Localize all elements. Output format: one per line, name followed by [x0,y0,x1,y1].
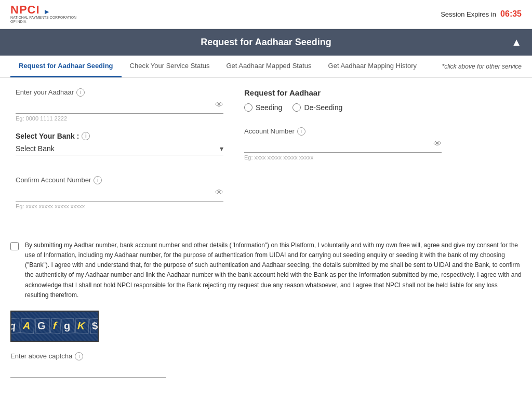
confirm-account-input[interactable] [16,186,215,199]
aadhaar-field-group: Enter your Aadhaar i 👁 Eg: 0000 1111 222… [16,88,223,122]
session-label: Session Expires in [441,10,496,18]
npci-logo: NPCI ▶ NATIONAL PAYMENTS CORPORATION OF … [10,4,76,24]
right-panel: Request for Aadhaar Seeding De-Seeding A… [244,88,442,220]
captcha-char-3: G [35,318,50,334]
radio-options: Seeding De-Seeding [244,103,442,112]
account-hide-icon[interactable]: 👁 [433,139,442,149]
de-seeding-option[interactable]: De-Seeding [292,103,342,112]
confirm-account-info-icon[interactable]: i [94,176,102,184]
account-input-row: 👁 [244,138,442,153]
tab-mapping-history[interactable]: Get Aadhaar Mapping History [320,56,425,77]
npci-logo-text: NPCI ▶ [10,4,49,16]
consent-section: By submitting my Aadhar number, bank acc… [5,240,527,300]
bank-info-icon[interactable]: i [82,132,90,140]
consent-checkbox[interactable] [10,242,19,250]
confirm-account-group: Confirm Account Number i 👁 Eg: xxxx xxxx… [16,176,223,209]
account-number-group: Account Number i 👁 Eg: xxxx xxxxx xxxxx … [244,127,442,160]
tab-request-seeding[interactable]: Request for Aadhaar Seeding [10,56,122,77]
aadhaar-info-icon[interactable]: i [76,88,85,97]
request-aadhaar-group: Request for Aadhaar Seeding De-Seeding [244,88,442,112]
seeding-radio[interactable] [244,103,252,112]
consent-text: By submitting my Aadhar number, bank acc… [25,240,522,300]
title-bar: Request for Aadhaar Seeding ▲ [0,29,532,56]
bank-select-label: Select Your Bank : i [16,132,223,140]
main-content: Enter your Aadhaar i 👁 Eg: 0000 1111 222… [0,78,532,230]
nav-tabs: Request for Aadhaar Seeding Check Your S… [0,56,532,78]
account-number-label: Account Number i [244,127,442,136]
confirm-account-hint: Eg: xxxx xxxxx xxxxx xxxxx [16,203,223,209]
aadhaar-input-row: 👁 [16,99,223,114]
aadhaar-input[interactable] [16,99,215,111]
aadhaar-label: Enter your Aadhaar i [16,88,223,97]
left-panel: Enter your Aadhaar i 👁 Eg: 0000 1111 222… [16,88,223,220]
de-seeding-radio[interactable] [292,103,301,112]
bank-select-row: Select Bank State Bank of India HDFC Ban… [16,144,223,155]
captcha-char-7: $ [89,318,99,334]
captcha-char-6: K [75,318,89,334]
session-timer: 06:35 [500,9,522,19]
bank-select[interactable]: Select Bank State Bank of India HDFC Ban… [16,144,220,153]
captcha-input-label: Enter above captcha i [10,352,522,360]
aadhaar-hide-icon[interactable]: 👁 [215,100,223,110]
captcha-char-5: g [61,318,75,334]
logo-area: NPCI ▶ NATIONAL PAYMENTS CORPORATION OF … [10,4,76,24]
session-info: Session Expires in 06:35 [441,9,522,19]
request-aadhaar-title: Request for Aadhaar [244,88,442,97]
title-bar-arrow-icon[interactable]: ▲ [351,36,522,48]
bottom-section: By submitting my Aadhar number, bank acc… [0,240,532,378]
bank-chevron-icon[interactable]: ▾ [220,144,223,153]
seeding-option[interactable]: Seeding [244,103,282,112]
captcha-input-row [10,363,166,378]
captcha-char-2: A [20,318,35,334]
captcha-char-4: f [50,318,61,334]
captcha-char-1: q [10,318,20,334]
aadhaar-hint: Eg: 0000 1111 2222 [16,115,223,122]
confirm-account-hide-icon[interactable]: 👁 [215,188,223,197]
captcha-input-group: Enter above captcha i [5,352,527,378]
captcha-chars: q A G f g K $ [10,318,99,333]
page-title: Request for Aadhaar Seeding [181,37,351,48]
tab-check-service[interactable]: Check Your Service Status [122,56,218,77]
captcha-input[interactable] [10,363,166,375]
tab-mapped-status[interactable]: Get Aadhaar Mapped Status [218,56,320,77]
captcha-info-icon[interactable]: i [75,352,83,360]
confirm-account-input-row: 👁 [16,186,223,202]
captcha-section: q A G f g K $ [10,311,522,342]
click-notice: *click above for other service [442,63,522,70]
npci-tagline: NATIONAL PAYMENTS CORPORATION OF INDIA [10,16,76,24]
seeding-label: Seeding [256,103,282,112]
confirm-account-label: Confirm Account Number i [16,176,223,184]
bank-select-group: Select Your Bank : i Select Bank State B… [16,132,223,155]
account-number-input[interactable] [244,138,433,150]
account-info-icon[interactable]: i [297,127,305,136]
captcha-image: q A G f g K $ [10,311,99,342]
account-hint: Eg: xxxx xxxxx xxxxx xxxxx [244,154,442,160]
de-seeding-label: De-Seeding [304,103,342,112]
top-header: NPCI ▶ NATIONAL PAYMENTS CORPORATION OF … [0,0,532,29]
